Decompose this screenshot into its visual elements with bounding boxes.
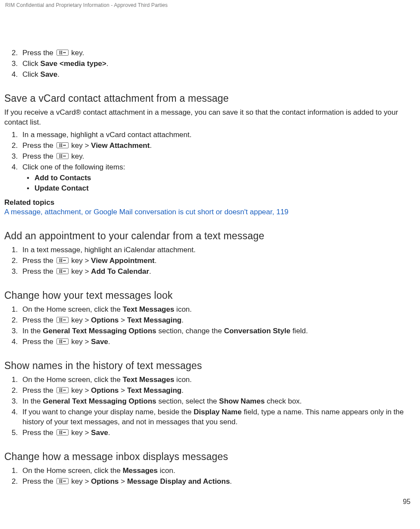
svg-point-17 [61, 154, 62, 155]
text: key > [69, 257, 91, 265]
section-title-change-look: Change how your text messages look [4, 289, 416, 302]
svg-point-27 [61, 260, 62, 261]
svg-point-67 [61, 432, 62, 433]
bold-text: View Attachment [91, 141, 150, 150]
bold-text: Add to Contacts [34, 174, 91, 182]
svg-point-65 [61, 431, 62, 432]
bold-text: Save [91, 429, 108, 437]
bold-text: Options [91, 386, 119, 394]
svg-point-8 [59, 144, 60, 145]
text: section, change the [157, 327, 224, 335]
inbox-step-2: Press the key > Options > Message Displa… [20, 477, 416, 487]
svg-point-49 [61, 340, 62, 341]
text: . [154, 257, 157, 265]
bold-text: Update Contact [34, 184, 89, 192]
svg-point-41 [61, 318, 62, 319]
svg-point-31 [64, 260, 66, 261]
svg-point-35 [61, 271, 62, 272]
intro-step-3: Click Save <media type>. [20, 59, 416, 69]
svg-point-5 [61, 53, 62, 55]
menu-key-icon [56, 257, 69, 263]
text: . [108, 338, 110, 346]
menu-key-icon [56, 338, 69, 344]
bold-text: Show Names [219, 397, 265, 405]
text: > [119, 316, 127, 324]
svg-point-33 [61, 269, 62, 271]
svg-point-10 [59, 145, 60, 146]
menu-key-icon [56, 478, 69, 484]
svg-point-40 [59, 318, 60, 319]
svg-point-74 [59, 480, 60, 482]
svg-point-36 [59, 272, 60, 273]
svg-point-24 [59, 259, 60, 260]
svg-point-34 [59, 271, 60, 272]
text: . [230, 477, 232, 485]
svg-point-32 [59, 269, 60, 271]
svg-point-28 [59, 261, 60, 263]
svg-point-68 [59, 433, 60, 435]
svg-point-71 [64, 432, 66, 433]
text: icon. [158, 466, 176, 475]
svg-point-54 [63, 341, 64, 342]
svg-point-9 [61, 144, 62, 145]
svg-point-13 [61, 146, 62, 147]
bold-text: Message Display and Actions [127, 477, 230, 485]
svg-point-73 [61, 479, 62, 480]
option-add-to-contacts: Add to Contacts [27, 173, 416, 183]
related-topics-heading: Related topics [4, 198, 416, 208]
svg-point-18 [59, 155, 60, 157]
svg-point-2 [59, 52, 60, 53]
bold-text: Save <media type> [41, 59, 107, 68]
text: Press the [22, 152, 56, 160]
text: . [149, 267, 151, 275]
text: > [119, 386, 127, 394]
option-update-contact: Update Contact [27, 184, 416, 194]
svg-point-42 [59, 319, 60, 321]
vcard-steps: In a message, highlight a vCard contact … [4, 130, 416, 194]
bold-text: Text Messaging [127, 386, 182, 394]
names-step-2: Press the key > Options > Text Messaging… [20, 386, 416, 396]
menu-key-icon [56, 317, 69, 323]
text: Click [22, 59, 41, 68]
bold-text: Conversation Style [224, 327, 290, 335]
svg-point-70 [63, 432, 64, 433]
menu-key-icon [56, 268, 69, 274]
section-title-show-names: Show names in the history of text messag… [4, 359, 416, 372]
names-step-5: Press the key > Save. [20, 428, 416, 438]
svg-point-12 [59, 146, 60, 147]
text: key > [69, 338, 91, 346]
svg-point-64 [59, 431, 60, 432]
text: Press the [22, 477, 56, 485]
text: Press the [22, 141, 56, 150]
bold-text: Text Messages [122, 305, 174, 313]
names-step-3: In the General Text Messaging Options se… [20, 397, 416, 407]
vcard-step-1: In a message, highlight a vCard contact … [20, 130, 416, 140]
text: Press the [22, 316, 56, 324]
svg-point-66 [59, 432, 60, 433]
svg-point-44 [59, 321, 60, 322]
svg-point-72 [59, 479, 60, 480]
svg-point-47 [64, 319, 66, 321]
svg-point-60 [59, 391, 60, 392]
text: > [119, 477, 127, 485]
text: If you want to change your display name,… [22, 408, 194, 416]
svg-point-48 [59, 340, 60, 341]
text: In the [22, 327, 43, 335]
svg-point-79 [64, 480, 66, 482]
svg-point-61 [61, 391, 62, 392]
svg-point-58 [59, 390, 60, 391]
svg-point-52 [59, 342, 60, 344]
related-topic-link[interactable]: A message, attachment, or Google Mail co… [4, 208, 288, 216]
text: key. [69, 152, 85, 160]
appt-step-2: Press the key > View Appointment. [20, 256, 416, 266]
menu-key-icon [56, 50, 69, 56]
bold-text: Add To Calendar [91, 267, 149, 275]
svg-point-14 [63, 145, 64, 146]
text: . [107, 59, 109, 68]
svg-point-29 [61, 261, 62, 263]
text: check box. [265, 397, 302, 405]
svg-point-30 [63, 260, 64, 261]
text: key > [69, 477, 91, 485]
text: Press the [22, 338, 56, 346]
text: key > [69, 429, 91, 437]
